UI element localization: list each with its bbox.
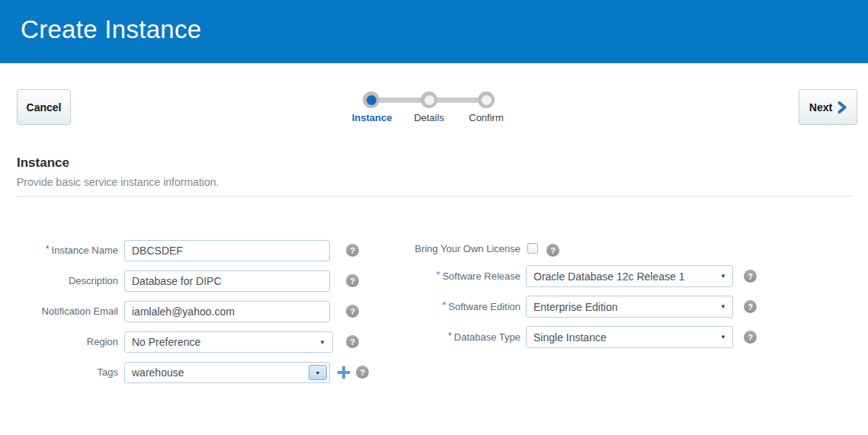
notification-email-label: Notification Email	[0, 301, 118, 322]
section-subtitle: Provide basic service instance informati…	[17, 176, 219, 188]
required-asterisk: *	[442, 299, 446, 311]
tags-input[interactable]	[126, 363, 306, 382]
help-icon[interactable]: ?	[346, 335, 359, 348]
select-arrow-icon: ▼	[315, 370, 321, 376]
step-details-circle[interactable]	[421, 91, 437, 108]
step-connector	[376, 98, 424, 103]
tags-dropdown-button[interactable]: ▼	[309, 365, 327, 380]
byol-checkbox[interactable]	[527, 243, 538, 254]
tab-step-instance[interactable]: Instance	[352, 112, 392, 123]
step-idle-dot	[424, 95, 434, 105]
chevron-right-icon	[838, 101, 847, 114]
step-idle-dot	[482, 95, 492, 105]
help-icon[interactable]: ?	[346, 305, 359, 318]
cancel-button[interactable]: Cancel	[17, 89, 71, 125]
software-edition-label: *Software Edition	[381, 296, 520, 318]
help-icon[interactable]: ?	[356, 366, 369, 379]
required-asterisk: *	[436, 269, 440, 280]
tags-label: Tags	[0, 362, 118, 383]
next-button[interactable]: Next	[799, 89, 857, 125]
step-confirm-circle[interactable]	[478, 91, 495, 108]
step-instance-circle[interactable]	[363, 91, 380, 108]
instance-name-label: *Instance Name	[0, 240, 118, 261]
step-connector	[434, 98, 481, 103]
create-instance-page: Create Instance Cancel Next Instance Det…	[0, 0, 868, 435]
help-icon[interactable]: ?	[744, 270, 757, 283]
add-tag-button[interactable]	[337, 366, 351, 379]
region-select[interactable]: No Preference	[124, 331, 333, 353]
software-release-label: *Software Release	[381, 265, 520, 287]
tags-combobox: ▼	[124, 362, 330, 383]
next-button-label: Next	[809, 101, 832, 114]
database-type-label: *Database Type	[381, 326, 520, 348]
instance-name-input[interactable]	[124, 240, 330, 261]
help-icon[interactable]: ?	[744, 331, 757, 344]
page-header: Create Instance	[0, 0, 868, 63]
software-release-select[interactable]: Oracle Database 12c Release 1	[526, 265, 733, 287]
page-title: Create Instance	[21, 15, 201, 44]
software-edition-select[interactable]: Enterprise Edition	[526, 296, 733, 318]
description-label: Description	[0, 270, 118, 292]
step-active-dot	[367, 95, 376, 105]
section-title: Instance	[17, 155, 69, 171]
region-label: Region	[0, 331, 118, 353]
help-icon[interactable]: ?	[346, 244, 359, 257]
help-icon[interactable]: ?	[346, 274, 359, 287]
notification-email-input[interactable]	[124, 301, 330, 322]
required-asterisk: *	[46, 243, 50, 254]
help-icon[interactable]: ?	[546, 244, 559, 257]
plus-icon	[337, 366, 351, 379]
help-icon[interactable]: ?	[744, 300, 757, 313]
byol-label: Bring Your Own License	[381, 238, 520, 260]
description-input[interactable]	[124, 270, 330, 292]
section-divider	[17, 196, 851, 197]
required-asterisk: *	[448, 330, 452, 341]
database-type-select[interactable]: Single Instance	[526, 326, 733, 348]
tab-step-confirm[interactable]: Confirm	[469, 112, 504, 123]
tab-step-details[interactable]: Details	[414, 112, 444, 123]
